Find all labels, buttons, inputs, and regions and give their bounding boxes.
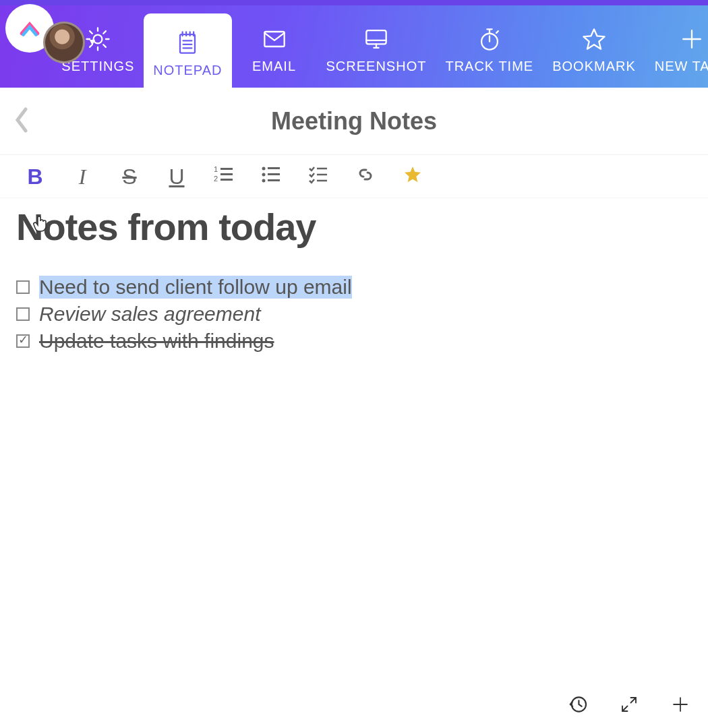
nav-tab-label: BOOKMARK: [552, 59, 636, 74]
monitor-icon: [361, 20, 391, 59]
bullet-list-button[interactable]: [259, 164, 283, 188]
notepad-icon: [173, 24, 202, 63]
plus-icon: [677, 20, 707, 59]
svg-rect-2: [264, 32, 284, 47]
svg-point-12: [262, 179, 266, 183]
svg-rect-3: [366, 30, 386, 44]
svg-rect-14: [268, 173, 280, 175]
strike-glyph: S: [122, 166, 136, 187]
svg-text:1: 1: [214, 165, 218, 173]
svg-point-10: [262, 167, 266, 171]
link-button[interactable]: [353, 164, 378, 188]
document-titlebar: Meeting Notes: [0, 88, 708, 155]
checkbox[interactable]: [16, 307, 30, 321]
nav-tab-label: EMAIL: [252, 59, 296, 74]
add-button[interactable]: [669, 693, 692, 719]
checklist-item-text[interactable]: Review sales agreement: [39, 303, 261, 326]
bold-glyph: B: [27, 166, 42, 187]
checklist-item[interactable]: Update tasks with findings: [16, 330, 692, 353]
nav-tab-label: NOTEPAD: [153, 63, 222, 78]
expand-icon: [619, 705, 639, 717]
envelope-icon: [260, 20, 289, 59]
nav-tab-label: SCREENSHOT: [326, 59, 427, 74]
svg-point-11: [262, 173, 266, 177]
chevron-left-icon: [12, 105, 31, 135]
content-heading[interactable]: Notes from today: [16, 205, 692, 249]
checklist-item-text[interactable]: Update tasks with findings: [39, 330, 274, 353]
svg-rect-9: [220, 179, 233, 181]
clickup-logo-icon: [17, 16, 42, 41]
expand-button[interactable]: [619, 694, 639, 717]
svg-rect-15: [268, 179, 280, 181]
plus-icon: [669, 706, 692, 718]
svg-rect-13: [268, 167, 280, 169]
editor-footer: [566, 693, 692, 719]
checklist-item-text[interactable]: Need to send client follow up email: [39, 276, 352, 299]
stopwatch-icon: [475, 20, 504, 59]
checkbox[interactable]: [16, 334, 30, 348]
nav-tab-email[interactable]: EMAIL: [232, 5, 317, 88]
nav-tabs: SETTINGS NOTEPAD EMAIL SCREENSHOT TRACK …: [52, 5, 708, 88]
nav-tab-tracktime[interactable]: TRACK TIME: [436, 5, 543, 88]
strikethrough-button[interactable]: S: [117, 166, 142, 187]
bold-button[interactable]: B: [23, 166, 47, 187]
checkbox[interactable]: [16, 280, 30, 294]
top-nav: ▼ SETTINGS NOTEPAD EMAIL SCREENSHOT TRAC…: [0, 0, 708, 88]
italic-glyph: I: [79, 166, 86, 187]
star-filled-icon: [402, 164, 423, 189]
nav-tab-bookmark[interactable]: BOOKMARK: [543, 5, 645, 88]
nav-tab-label: NEW TASK: [655, 59, 708, 74]
italic-button[interactable]: I: [70, 166, 94, 187]
svg-rect-8: [220, 173, 233, 175]
checklist-button[interactable]: [306, 164, 330, 188]
editor-content[interactable]: Notes from today Need to send client fol…: [0, 198, 708, 728]
checklist-item[interactable]: Review sales agreement: [16, 303, 692, 326]
account-dropdown-caret[interactable]: ▼: [88, 36, 97, 47]
document-title[interactable]: Meeting Notes: [0, 107, 708, 135]
history-button[interactable]: [566, 693, 589, 719]
underline-glyph: U: [169, 166, 184, 187]
nav-tab-screenshot[interactable]: SCREENSHOT: [317, 5, 436, 88]
bullet-list-icon: [261, 164, 281, 188]
nav-tab-label: TRACK TIME: [445, 59, 533, 74]
svg-rect-7: [220, 168, 233, 170]
back-button[interactable]: [12, 105, 31, 138]
ordered-list-icon: 12: [214, 164, 234, 188]
app-logo-area: ▼: [0, 5, 52, 88]
nav-tab-notepad[interactable]: NOTEPAD: [144, 13, 231, 88]
link-icon: [355, 164, 376, 188]
nav-tab-newtask[interactable]: NEW TASK: [645, 5, 708, 88]
ordered-list-button[interactable]: 12: [212, 164, 236, 188]
user-avatar[interactable]: [43, 22, 85, 63]
checklist-icon: [308, 164, 328, 188]
format-toolbar: BISU12: [0, 155, 708, 198]
underline-button[interactable]: U: [165, 166, 189, 187]
svg-text:2: 2: [214, 175, 218, 183]
history-icon: [566, 706, 589, 718]
checklist-item[interactable]: Need to send client follow up email: [16, 276, 692, 299]
favorite-button[interactable]: [401, 164, 425, 189]
star-icon: [579, 20, 609, 59]
